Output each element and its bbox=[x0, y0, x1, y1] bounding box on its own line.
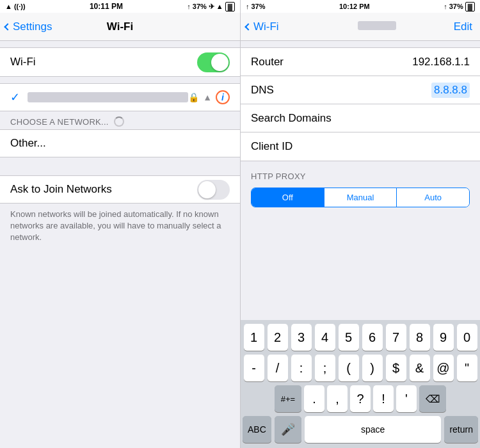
key-period[interactable]: . bbox=[304, 385, 324, 412]
router-label: Router bbox=[251, 56, 412, 68]
edit-button[interactable]: Edit bbox=[454, 20, 472, 33]
other-label: Other... bbox=[10, 137, 46, 150]
key-2[interactable]: 2 bbox=[268, 324, 288, 351]
other-network-row[interactable]: Other... bbox=[0, 129, 240, 157]
router-row: Router 192.168.1.1 bbox=[241, 48, 480, 76]
key-at[interactable]: @ bbox=[433, 355, 454, 381]
dns-row[interactable]: DNS 8.8.8.8 bbox=[241, 76, 480, 104]
key-comma[interactable]: , bbox=[327, 385, 348, 412]
back-chevron-icon bbox=[4, 23, 11, 30]
keyboard-bottom-row: ABC 🎤 space return bbox=[241, 412, 480, 448]
search-domains-label: Search Domains bbox=[251, 112, 470, 125]
wifi-back-button[interactable]: Wi-Fi bbox=[246, 20, 279, 33]
wifi-toggle[interactable] bbox=[197, 52, 230, 72]
delete-key[interactable]: ⌫ bbox=[419, 385, 446, 412]
lock-icon: 🔒 bbox=[188, 92, 199, 102]
settings-back-button[interactable]: Settings bbox=[5, 20, 52, 33]
right-back-label: Wi-Fi bbox=[253, 20, 279, 33]
back-label: Settings bbox=[13, 20, 52, 33]
key-exclamation[interactable]: ! bbox=[373, 385, 394, 412]
hash-plus-equals-button[interactable]: #+= bbox=[275, 385, 301, 412]
location-icon: ↑ bbox=[187, 3, 191, 10]
ask-join-toggle[interactable] bbox=[197, 180, 230, 200]
key-9[interactable]: 9 bbox=[433, 324, 454, 351]
space-key[interactable]: space bbox=[305, 416, 442, 443]
info-button[interactable]: i bbox=[216, 90, 230, 104]
key-quote[interactable]: " bbox=[457, 355, 477, 381]
left-status-bar: ▲ ((·)) 10:11 PM ↑ 37% ✈ ▲ ▓ bbox=[0, 0, 240, 13]
client-id-label: Client ID bbox=[251, 140, 470, 153]
left-signal-icons: ▲ ((·)) bbox=[5, 3, 26, 10]
left-battery-pct: 37% bbox=[193, 3, 207, 10]
key-dollar[interactable]: $ bbox=[386, 355, 406, 381]
network-icons: 🔒 ▲ i bbox=[188, 90, 230, 104]
right-nav-title-area bbox=[279, 21, 475, 32]
left-battery-icon: ▓ bbox=[225, 2, 235, 12]
keyboard-punct-row: #+= . , ? ! ' ⌫ bbox=[241, 381, 480, 412]
key-dash[interactable]: - bbox=[244, 355, 264, 381]
client-id-row[interactable]: Client ID bbox=[241, 132, 480, 161]
key-question[interactable]: ? bbox=[350, 385, 371, 412]
left-panel: ▲ ((·)) 10:11 PM ↑ 37% ✈ ▲ ▓ Settings Wi… bbox=[0, 0, 240, 448]
right-battery-pct: 37% bbox=[449, 3, 463, 10]
search-domains-row[interactable]: Search Domains bbox=[241, 104, 480, 132]
left-status-right: ↑ 37% ✈ ▲ ▓ bbox=[187, 2, 235, 12]
wifi-toggle-row[interactable]: Wi-Fi bbox=[0, 48, 240, 76]
proxy-header: HTTP PROXY bbox=[241, 166, 480, 184]
wifi-strength-icon: ▲ bbox=[203, 92, 212, 102]
keyboard: 1 2 3 4 5 6 7 8 9 0 - / : ; ( ) $ & @ " … bbox=[241, 320, 480, 448]
proxy-auto-button[interactable]: Auto bbox=[397, 188, 469, 207]
left-nav-title: Wi-Fi bbox=[107, 20, 133, 33]
key-4[interactable]: 4 bbox=[315, 324, 335, 351]
right-battery-icon: ▓ bbox=[465, 2, 475, 12]
key-8[interactable]: 8 bbox=[410, 324, 430, 351]
key-apostrophe[interactable]: ' bbox=[396, 385, 417, 412]
key-colon[interactable]: : bbox=[291, 355, 312, 381]
proxy-manual-button[interactable]: Manual bbox=[324, 188, 397, 207]
key-semicolon[interactable]: ; bbox=[315, 355, 335, 381]
right-location-arrow: ↑ bbox=[444, 3, 447, 10]
ask-join-label: Ask to Join Networks bbox=[10, 183, 197, 196]
key-ampersand[interactable]: & bbox=[410, 355, 430, 381]
key-5[interactable]: 5 bbox=[339, 324, 359, 351]
right-signal-icons: ↑ 37% bbox=[246, 3, 266, 10]
right-location-icon: ↑ bbox=[246, 3, 250, 10]
return-key[interactable]: return bbox=[444, 416, 478, 443]
wifi-status-icon: ▲ bbox=[5, 3, 12, 10]
left-time: 10:11 PM bbox=[90, 2, 123, 11]
dns-value[interactable]: 8.8.8.8 bbox=[431, 83, 470, 98]
dns-label: DNS bbox=[251, 84, 431, 97]
right-signal-pct: 37% bbox=[252, 3, 266, 10]
key-0[interactable]: 0 bbox=[457, 324, 477, 351]
key-close-paren[interactable]: ) bbox=[362, 355, 383, 381]
network-name-bar bbox=[28, 92, 188, 102]
ask-join-description: Known networks will be joined automatica… bbox=[0, 204, 240, 249]
loading-spinner bbox=[114, 116, 124, 127]
wifi-section: Wi-Fi bbox=[0, 47, 240, 77]
microphone-key[interactable]: 🎤 bbox=[275, 416, 301, 443]
left-nav-bar: Settings Wi-Fi bbox=[0, 13, 240, 41]
key-6[interactable]: 6 bbox=[362, 324, 383, 351]
choose-network-header: CHOOSE A NETWORK... bbox=[0, 111, 240, 129]
left-wifi-icon: ▲ bbox=[216, 3, 223, 10]
right-time: 10:12 PM bbox=[339, 3, 370, 10]
network-info-section: Router 192.168.1.1 DNS 8.8.8.8 Search Do… bbox=[241, 47, 480, 161]
proxy-segmented-control[interactable]: Off Manual Auto bbox=[251, 188, 470, 207]
connected-network-row[interactable]: ✓ 🔒 ▲ i bbox=[0, 83, 240, 111]
router-value: 192.168.1.1 bbox=[412, 56, 470, 68]
signal-icon: ((·)) bbox=[14, 3, 26, 10]
keyboard-number-row: 1 2 3 4 5 6 7 8 9 0 bbox=[241, 320, 480, 351]
right-back-chevron-icon bbox=[244, 23, 252, 30]
ask-join-row[interactable]: Ask to Join Networks bbox=[0, 175, 240, 204]
key-open-paren[interactable]: ( bbox=[339, 355, 359, 381]
key-7[interactable]: 7 bbox=[386, 324, 406, 351]
abc-key[interactable]: ABC bbox=[243, 416, 271, 443]
network-title-placeholder bbox=[358, 21, 396, 30]
wifi-label: Wi-Fi bbox=[10, 56, 197, 68]
choose-network-section: CHOOSE A NETWORK... Other... bbox=[0, 111, 240, 157]
proxy-off-button[interactable]: Off bbox=[252, 188, 324, 207]
key-slash[interactable]: / bbox=[268, 355, 288, 381]
key-1[interactable]: 1 bbox=[244, 324, 264, 351]
left-airplane-icon: ✈ bbox=[209, 3, 214, 11]
key-3[interactable]: 3 bbox=[291, 324, 312, 351]
